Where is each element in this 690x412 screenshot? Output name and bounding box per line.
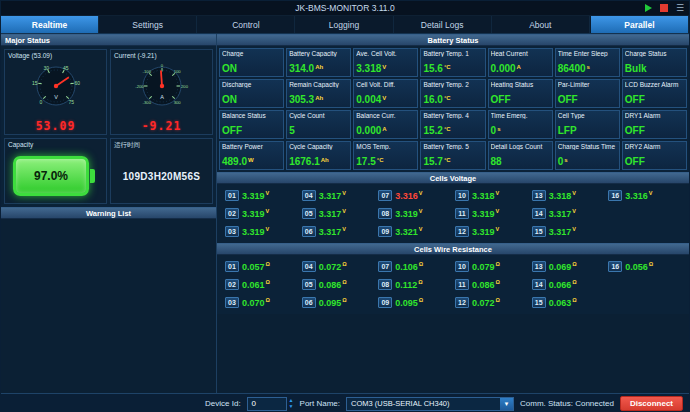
svg-text:100: 100	[173, 69, 181, 74]
cell-resistance-item: 080.112Ω	[378, 277, 451, 292]
runtime-box: 运行时间 109D3H20M56S	[110, 138, 213, 204]
stat-value: OFF	[491, 95, 550, 106]
svg-text:75: 75	[68, 99, 74, 105]
menu-icon[interactable]: ☰	[676, 4, 684, 13]
stat-cell: Par-LimiterOFF	[555, 79, 620, 108]
tab-settings[interactable]: Settings	[99, 16, 197, 33]
stat-unit: V	[382, 95, 386, 101]
cell-badge: 06	[302, 297, 316, 308]
tab-logging[interactable]: Logging	[295, 16, 393, 33]
stat-label: DRY2 Alarm	[625, 143, 684, 150]
tab-realtime[interactable]: Realtime	[1, 16, 99, 33]
stat-cell: Time Enter Sleep86400s	[555, 48, 620, 77]
current-needle	[160, 71, 161, 86]
stat-label: Remain Capacity	[289, 81, 348, 88]
stat-value: 0.000A	[356, 126, 415, 137]
current-gauge-dial: -300 -200 -100 0 100 200 300 A	[112, 60, 212, 112]
cell-unit: V	[419, 190, 423, 196]
cell-value: 0.095	[319, 298, 342, 308]
cell-voltage-item: 023.319V	[225, 206, 298, 221]
tab-about[interactable]: About	[492, 16, 590, 33]
stat-label: Cycle Count	[289, 112, 348, 119]
stat-unit: °C	[444, 64, 451, 70]
disconnect-button[interactable]: Disconnect	[620, 396, 683, 411]
cell-badge: 14	[532, 279, 546, 290]
cell-unit: V	[572, 190, 576, 196]
cell-voltage-item: 163.316V	[608, 188, 681, 203]
cells-resistance-grid: 010.057Ω 020.061Ω 030.070Ω 040.072Ω 050.…	[217, 255, 689, 314]
tab-parallel[interactable]: Parallel	[590, 16, 689, 33]
capacity-row: Capacity 97.0% 运行时间 109D3H20M56S	[1, 138, 216, 207]
runtime-value: 109D3H20M56S	[111, 171, 212, 182]
stat-value: 15.2°C	[423, 126, 482, 137]
voltage-led-value: 53.09	[5, 119, 106, 133]
gauge-row: Voltage (53.09) 0 15	[1, 46, 216, 138]
capacity-box: Capacity 97.0%	[4, 138, 107, 204]
current-gauge: Current (-9.21) -300	[110, 49, 213, 135]
stat-label: Battery Power	[222, 143, 281, 150]
stat-label: LCD Buzzer Alarm	[625, 81, 684, 88]
stat-cell: Detail Logs Count88	[488, 141, 553, 170]
stat-cell: LCD Buzzer AlarmOFF	[622, 79, 687, 108]
cell-voltage-item: 043.317V	[302, 188, 375, 203]
svg-text:15: 15	[32, 80, 38, 86]
cell-badge: 11	[455, 279, 469, 290]
cell-voltage-item: 013.319V	[225, 188, 298, 203]
cell-value: 0.070	[242, 298, 265, 308]
stat-cell: Heating StatusOFF	[488, 79, 553, 108]
cell-resistance-item: 050.086Ω	[302, 277, 375, 292]
cell-resistance-item: 120.072Ω	[455, 295, 528, 310]
stat-label: Time Enter Sleep	[558, 50, 617, 57]
tab-control[interactable]: Control	[197, 16, 295, 33]
battery-status-panel: Battery Status ChargeON Battery Capacity…	[217, 34, 689, 393]
capacity-label: Capacity	[8, 141, 33, 148]
device-id-input[interactable]: 0	[247, 397, 287, 411]
cell-badge: 09	[378, 226, 392, 237]
cell-unit: Ω	[496, 261, 500, 267]
tab-detail-logs[interactable]: Detail Logs	[394, 16, 492, 33]
stat-value: 86400s	[558, 64, 617, 75]
cell-voltage-item: 103.318V	[455, 188, 528, 203]
stat-unit: °C	[377, 157, 384, 163]
cell-value: 0.106	[395, 262, 418, 272]
stat-label: Time Emerg.	[491, 112, 550, 119]
cell-unit: Ω	[266, 261, 270, 267]
cell-unit: Ω	[419, 297, 423, 303]
device-id-label: Device Id:	[205, 399, 241, 408]
svg-text:A: A	[160, 94, 164, 100]
svg-text:V: V	[54, 94, 58, 100]
comm-status-value: Connected	[575, 399, 614, 408]
cell-badge: 05	[302, 208, 316, 219]
stat-value: OFF	[558, 95, 617, 106]
spinner-down-icon[interactable]: ▼	[289, 404, 294, 410]
cell-badge: 15	[532, 297, 546, 308]
cell-unit: V	[266, 190, 270, 196]
cell-value: 3.319	[242, 209, 265, 219]
cell-badge: 08	[378, 208, 392, 219]
stat-unit: Ah	[315, 64, 323, 70]
dropdown-arrow-icon[interactable]: ▼	[500, 398, 513, 410]
cell-resistance-item: 030.070Ω	[225, 295, 298, 310]
stat-cell: Cell TypeLFP	[555, 110, 620, 139]
stat-label: Charge Status Time	[558, 143, 617, 150]
cell-unit: V	[342, 208, 346, 214]
cell-unit: Ω	[572, 297, 576, 303]
cell-resistance-item: 110.086Ω	[455, 277, 528, 292]
stat-label: MOS Temp.	[356, 143, 415, 150]
stat-cell: Time Emerg.0s	[488, 110, 553, 139]
start-icon[interactable]	[645, 4, 652, 12]
cell-value: 3.319	[472, 227, 495, 237]
cell-unit: Ω	[572, 261, 576, 267]
stop-icon[interactable]	[660, 4, 668, 12]
stat-cell: Charge StatusBulk	[622, 48, 687, 77]
stat-value: Bulk	[625, 64, 684, 75]
stat-value: 1676.1Ah	[289, 157, 348, 168]
stat-unit: A	[382, 126, 386, 132]
stat-value: ON	[222, 95, 281, 106]
cell-voltage-item: 113.319V	[455, 206, 528, 221]
battery-status-grid: ChargeON Battery Capacity314.0Ah Ave. Ce…	[217, 46, 689, 172]
device-id-spinner[interactable]: ▲ ▼	[289, 398, 294, 409]
cell-value: 3.321	[395, 227, 418, 237]
port-select[interactable]: COM3 (USB-SERIAL CH340) ▼	[346, 397, 514, 411]
stat-unit: °C	[444, 157, 451, 163]
